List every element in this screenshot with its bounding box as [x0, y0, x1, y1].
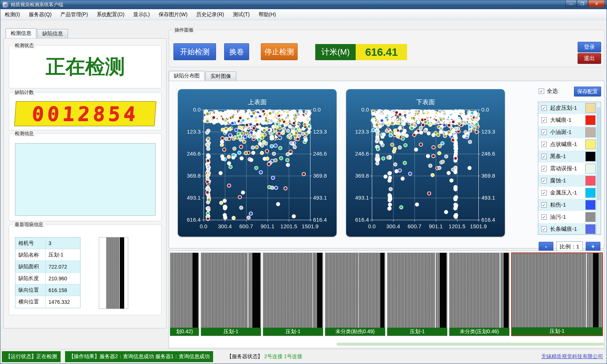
defect-thumbnail-label: 压划-1: [387, 328, 447, 336]
close-button[interactable]: ✕: [588, 0, 605, 7]
menu-saveimg[interactable]: 保存图片(W): [154, 10, 192, 19]
defect-thumbnail[interactable]: 未分类(压划0.46): [449, 252, 510, 336]
y-axis-tick-right: 246.6: [481, 150, 502, 157]
tab-detect-info[interactable]: 检测信息: [6, 28, 36, 38]
change-roll-button[interactable]: 换卷: [224, 43, 249, 60]
legend-scrollbar[interactable]: [596, 102, 601, 234]
menu-test[interactable]: 测试(T): [229, 10, 254, 19]
stop-detect-button[interactable]: 停止检测: [261, 43, 298, 60]
x-axis-tick: 1501.9: [467, 223, 489, 229]
defect-type-row[interactable]: ✓金属压入-1: [538, 187, 601, 199]
defect-type-checkbox[interactable]: ✓: [541, 214, 547, 220]
defect-type-row[interactable]: ✓腐蚀-1: [538, 175, 601, 187]
minimize-button[interactable]: —: [565, 0, 577, 7]
x-axis-tick: 300.4: [382, 223, 404, 229]
operation-panel-title: 操作面板: [173, 27, 195, 33]
save-config-button[interactable]: 保存配置: [574, 87, 601, 97]
menu-display[interactable]: 显示(L): [129, 10, 154, 19]
horizontal-scrollbar[interactable]: [337, 343, 604, 346]
select-all-row: ✓ 全选: [539, 88, 558, 95]
window-title: 精质视觉检测系统客户端: [11, 1, 63, 8]
y-axis-tick-left: 246.6: [180, 150, 201, 157]
defect-type-row[interactable]: ✓小油斑-1: [538, 126, 601, 138]
defect-type-checkbox[interactable]: ✓: [541, 178, 547, 183]
defect-type-row[interactable]: ✓起皮压划-1: [538, 102, 601, 114]
detect-info-group: 检测信息: [9, 133, 162, 221]
y-axis-tick-right: 616.4: [481, 216, 502, 223]
tab-defect-info[interactable]: 缺陷信息: [37, 29, 68, 38]
menu-product[interactable]: 产品管理(P): [56, 10, 92, 19]
defect-type-color-swatch: [585, 152, 596, 161]
scale-minus-button[interactable]: -: [539, 242, 553, 251]
defect-type-checkbox[interactable]: ✓: [541, 154, 547, 159]
defect-type-row[interactable]: ✓粘伤-1: [538, 199, 601, 211]
defect-type-checkbox[interactable]: ✓: [541, 105, 547, 111]
defect-thumbnail-selected[interactable]: 压划-1: [511, 252, 603, 336]
server-status-label: 【服务器状态】: [227, 353, 263, 360]
scale-plus-button[interactable]: +: [586, 242, 600, 251]
y-axis-tick-left: 493.1: [348, 194, 369, 201]
menu-sysconfig[interactable]: 系统配置(D): [92, 10, 129, 19]
defect-type-label: 小油斑-1: [550, 129, 585, 136]
detect-info-page: 检测状态 正在检测 缺陷计数 0012854 检测信息 最新瑕疵信息 相机号3缺…: [3, 38, 166, 328]
defect-thumbnail[interactable]: 压划-1: [201, 252, 261, 336]
defect-type-label: 粘伤-1: [550, 201, 585, 208]
y-axis-tick-left: 123.3: [180, 128, 201, 135]
defect-type-color-swatch: [585, 188, 596, 198]
defect-thumbnail-image: [170, 253, 199, 328]
defect-type-row[interactable]: ✓油污-1: [538, 211, 601, 223]
company-link[interactable]: 无锡精质视觉科技有限公司: [541, 351, 603, 362]
y-axis-tick-right: 616.4: [313, 216, 334, 223]
menu-history[interactable]: 历史记录(R): [192, 10, 228, 19]
menu-server[interactable]: 服务器(Q): [24, 10, 56, 19]
defect-type-row[interactable]: ✓长条碱痕-1: [538, 223, 601, 235]
maximize-button[interactable]: ❐: [577, 0, 588, 7]
select-all-checkbox[interactable]: ✓: [539, 88, 544, 94]
defect-thumbnail[interactable]: 划0.42): [170, 252, 199, 336]
run-status: 【运行状态】正在检测: [2, 351, 61, 362]
defect-type-label: 金属压入-1: [550, 189, 585, 196]
tab-live-image[interactable]: 实时图像: [205, 72, 236, 81]
meter-label: 计米(M): [315, 44, 356, 60]
menu-detect[interactable]: 检测(I): [0, 10, 24, 19]
start-detect-button[interactable]: 开始检测: [173, 43, 216, 60]
defect-type-checkbox[interactable]: ✓: [541, 142, 547, 147]
defect-type-checkbox[interactable]: ✓: [541, 117, 547, 123]
menu-bar: 检测(I) 服务器(Q) 产品管理(P) 系统配置(D) 显示(L) 保存图片(…: [0, 9, 607, 20]
detect-status-group: 检测状态 正在检测: [9, 45, 162, 88]
defect-thumbnail-image: [512, 253, 602, 329]
defect-type-row[interactable]: ✓黑条-1: [538, 150, 601, 163]
defect-table-row: 纵向位置616.158: [15, 284, 80, 296]
x-axis-tick: 1501.9: [299, 223, 321, 229]
defect-thumbnail-image: [387, 253, 447, 328]
defect-thumbnail[interactable]: 压划-1: [387, 252, 448, 336]
tab-defect-map[interactable]: 缺陷分布图: [169, 71, 205, 81]
detect-info-box: [15, 143, 155, 216]
defect-type-color-swatch: [585, 176, 596, 186]
defect-table-row: 缺陷长度210.960: [15, 273, 80, 284]
menu-help[interactable]: 帮助(H): [254, 10, 280, 19]
y-axis-tick-left: 123.3: [348, 128, 369, 135]
defect-type-checkbox[interactable]: ✓: [541, 166, 547, 171]
logout-button[interactable]: 退出: [578, 53, 601, 64]
legend-scrollbar-thumb[interactable]: [597, 107, 600, 200]
defect-type-checkbox[interactable]: ✓: [541, 226, 547, 232]
defect-thumbnail[interactable]: 未分类(粘伤0.49): [325, 252, 385, 336]
defect-type-row[interactable]: ✓震动误报-1: [538, 163, 601, 175]
defect-type-checkbox[interactable]: ✓: [541, 190, 547, 196]
latest-defect-title: 最新瑕疵信息: [13, 221, 45, 228]
defect-thumbnail-image: [201, 253, 261, 328]
defect-thumbnail-image: [449, 253, 509, 328]
y-axis-tick-right: 0.0: [481, 106, 502, 113]
defect-type-checkbox[interactable]: ✓: [541, 202, 547, 208]
login-button[interactable]: 登录: [578, 42, 601, 52]
defect-type-row[interactable]: ✓点状碱痕-1: [538, 138, 601, 150]
latest-defect-group: 最新瑕疵信息 相机号3缺陷名称压划-1缺陷面积722.072缺陷长度210.96…: [9, 224, 162, 315]
defect-thumbnail-label: 未分类(压划0.46): [449, 328, 509, 336]
defect-type-color-swatch: [585, 212, 596, 222]
defect-type-row[interactable]: ✓大碱痕-1: [538, 114, 601, 126]
y-axis-tick-left: 246.6: [348, 150, 369, 157]
operation-result: 【操作结果】服务器2：查询信息成功 服务器1：查询信息成功: [65, 351, 213, 362]
defect-type-checkbox[interactable]: ✓: [541, 130, 547, 135]
defect-thumbnail[interactable]: 压划-1: [263, 252, 323, 336]
